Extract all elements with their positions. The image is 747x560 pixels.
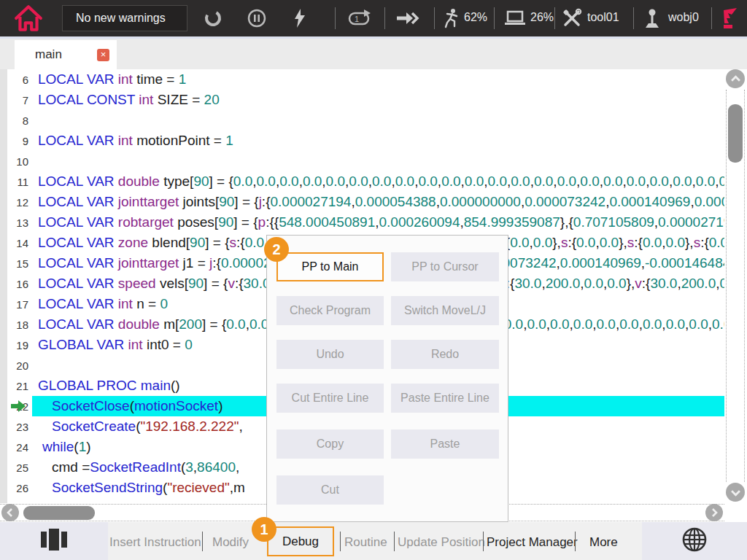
tab-bar: main × [0, 39, 747, 69]
scroll-up-icon[interactable] [726, 69, 745, 88]
code-text: LOCAL VAR int motionPoint = 1 [32, 131, 724, 151]
tools-icon[interactable] [562, 8, 582, 28]
joystick-icon[interactable] [642, 7, 662, 29]
line-number: 19 [0, 339, 32, 351]
popup-button-paste-entire-line[interactable]: Paste Entire Line [391, 384, 499, 413]
line-number: 18 [0, 319, 32, 331]
line-number: 16 [0, 278, 32, 290]
popup-button-paste[interactable]: Paste [391, 429, 499, 459]
line-number: 17 [0, 298, 32, 311]
refresh-icon[interactable] [204, 9, 222, 28]
popup-button-redo[interactable]: Redo [391, 340, 499, 369]
run-speed-value: 62% [464, 11, 487, 24]
line-number: 11 [0, 176, 32, 188]
code-line-8[interactable]: 8 [0, 110, 724, 131]
toolbar-separator [394, 532, 395, 551]
code-line-9[interactable]: 9LOCAL VAR int motionPoint = 1 [0, 131, 724, 151]
line-number: 23 [0, 421, 32, 433]
toolbar-item-update-position[interactable]: Update Position [398, 535, 485, 550]
code-text: LOCAL CONST int SIZE = 20 [32, 90, 724, 110]
line-number: 14 [0, 237, 32, 249]
toolbar-item-project-manager[interactable]: Project Manager [487, 535, 578, 550]
toolbar-item-modify[interactable]: Modify [212, 535, 249, 550]
topbar-divider [335, 7, 336, 29]
debug-label: Debug [282, 534, 319, 549]
toolbar-left-section[interactable] [0, 522, 108, 560]
line-number: 7 [0, 94, 32, 106]
line-number: 13 [0, 217, 32, 229]
scroll-down-icon[interactable] [726, 483, 745, 502]
code-line-10[interactable]: 10 [0, 151, 724, 171]
topbar-divider [494, 7, 495, 29]
globe-icon[interactable] [681, 526, 708, 556]
line-number: 26 [0, 482, 32, 494]
tab-label: main [35, 47, 62, 62]
tool-value[interactable]: tool01 [587, 11, 619, 24]
code-text: LOCAL VAR robtarget poses[90] = {p:{{548… [32, 212, 724, 233]
toolbar-right-section[interactable] [642, 522, 747, 560]
line-number: 25 [0, 462, 32, 474]
toolbar-item-debug[interactable]: Debug [267, 526, 334, 556]
vertical-scrollbar[interactable] [724, 69, 747, 503]
close-icon[interactable]: × [97, 49, 109, 61]
popup-button-switch-movel-j[interactable]: Switch MoveL/J [391, 296, 499, 325]
code-line-12[interactable]: 12LOCAL VAR jointtarget joints[90] = {j:… [0, 192, 724, 212]
topbar-divider [554, 7, 555, 29]
v-scroll-thumb[interactable] [728, 104, 743, 163]
home-icon[interactable] [13, 3, 44, 34]
popup-button-undo[interactable]: Undo [276, 340, 384, 369]
code-line-13[interactable]: 13LOCAL VAR robtarget poses[90] = {p:{{5… [0, 212, 724, 233]
scroll-left-icon[interactable] [1, 504, 19, 521]
repeat-once-icon[interactable]: 1 [348, 9, 371, 27]
code-text [32, 110, 724, 131]
pause-icon[interactable] [247, 8, 267, 28]
h-scroll-thumb[interactable] [23, 506, 95, 520]
code-text [32, 151, 724, 171]
code-line-7[interactable]: 7LOCAL CONST int SIZE = 20 [0, 90, 724, 110]
toolbar-item-routine[interactable]: Routine [344, 535, 387, 550]
line-number: 6 [0, 74, 32, 86]
tab-main[interactable]: main × [15, 40, 117, 69]
topbar-divider [384, 7, 385, 29]
topbar-divider [434, 7, 435, 29]
robot-logo-icon [719, 6, 741, 31]
popup-button-copy[interactable]: Copy [276, 429, 384, 459]
popup-button-pp-to-main[interactable]: PP to Main [276, 252, 384, 281]
step-forward-icon[interactable] [396, 10, 421, 26]
code-line-11[interactable]: 11LOCAL VAR double type[90] = {0.0,0.0,0… [0, 171, 724, 192]
popup-button-cut-entire-line[interactable]: Cut Entire Line [276, 384, 384, 413]
line-number: 24 [0, 441, 32, 454]
toolbar-separator [340, 532, 341, 551]
code-text: LOCAL VAR int time = 1 [32, 69, 724, 90]
scroll-right-icon[interactable] [705, 504, 723, 521]
wobj-value[interactable]: wobj0 [668, 11, 699, 24]
panel-bars-icon[interactable] [40, 528, 68, 554]
top-status-bar: No new warnings 1 62% 26% tool01 wobj0 [0, 0, 747, 36]
toolbar-item-more[interactable]: More [589, 535, 618, 550]
popup-button-check-program[interactable]: Check Program [276, 296, 384, 325]
popup-button-pp-to-cursor[interactable]: PP to Cursor [391, 252, 499, 281]
toolbar-separator [483, 532, 484, 551]
runner-icon [444, 8, 461, 28]
line-number: 9 [0, 135, 32, 147]
line-number: 8 [0, 114, 32, 127]
code-text: LOCAL VAR double type[90] = {0.0,0.0,0.0… [32, 171, 724, 192]
code-line-6[interactable]: 6LOCAL VAR int time = 1 [0, 69, 724, 90]
laptop-icon [504, 9, 526, 27]
code-text: LOCAL VAR jointtarget joints[90] = {j:{0… [32, 192, 724, 212]
system-load-value: 26% [530, 11, 554, 24]
popup-button-cut[interactable]: Cut [276, 475, 384, 505]
status-message[interactable]: No new warnings [62, 5, 187, 31]
lightning-icon[interactable] [292, 8, 308, 28]
line-number: 21 [0, 380, 32, 392]
toolbar-separator [202, 532, 203, 551]
toolbar-item-insert-instruction[interactable]: Insert Instruction [109, 535, 201, 550]
topbar-divider [633, 7, 634, 29]
svg-text:1: 1 [355, 15, 359, 23]
line-number: 12 [0, 196, 32, 209]
annotation-badge-2: 2 [264, 237, 289, 262]
toolbar-separator [575, 532, 576, 551]
line-number: 20 [0, 359, 32, 372]
program-pointer-arrow-icon [11, 400, 26, 416]
debug-popup-menu: PP to Main PP to Cursor Check Program Sw… [266, 235, 508, 522]
